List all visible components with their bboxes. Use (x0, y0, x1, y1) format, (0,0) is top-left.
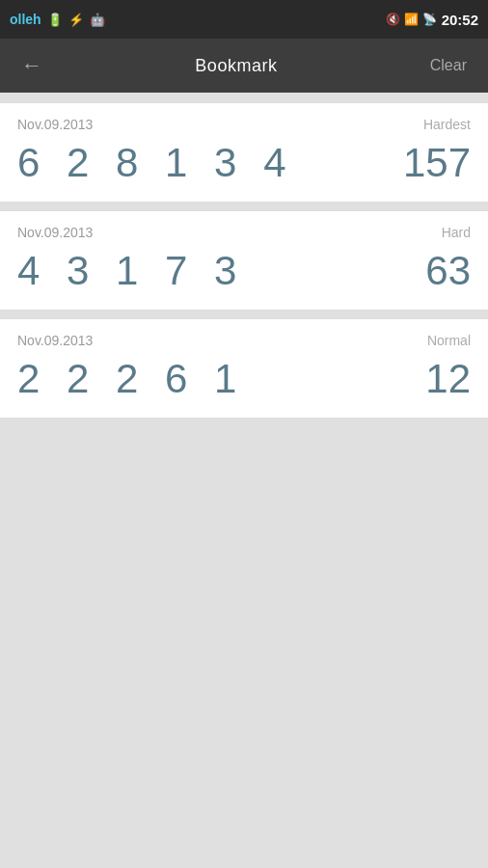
card-date-2: Nov.09.2013 (17, 333, 93, 348)
card-date-0: Nov.09.2013 (17, 117, 93, 132)
card-difficulty-2: Normal (427, 333, 471, 348)
clear-button[interactable]: Clear (422, 53, 474, 78)
title-bar: ← Bookmark Clear (0, 39, 488, 93)
card-body-0: 6 2 8 1 3 4 157 (17, 140, 471, 186)
card-header-1: Nov.09.2013 Hard (17, 225, 471, 240)
status-right: 🔇 📶 📡 20:52 (386, 12, 478, 28)
time-display: 20:52 (442, 12, 478, 28)
card-sequence-1: 4 3 1 7 3 (17, 248, 244, 294)
carrier-text: olleh (10, 12, 41, 27)
card-body-2: 2 2 2 6 1 12 (17, 356, 471, 402)
bookmark-card-2[interactable]: Nov.09.2013 Normal 2 2 2 6 1 12 (0, 318, 488, 419)
card-score-0: 157 (403, 140, 471, 186)
robot-icon: 🤖 (90, 13, 105, 27)
card-sequence-2: 2 2 2 6 1 (17, 356, 244, 402)
back-button[interactable]: ← (14, 49, 50, 82)
signal-icons: 🔇 📶 📡 (386, 13, 437, 26)
card-date-1: Nov.09.2013 (17, 225, 93, 240)
card-score-1: 63 (425, 248, 471, 294)
card-header-2: Nov.09.2013 Normal (17, 333, 471, 348)
wifi-icon: 📶 (404, 13, 419, 26)
card-score-2: 12 (425, 356, 471, 402)
bookmark-card-0[interactable]: Nov.09.2013 Hardest 6 2 8 1 3 4 157 (0, 102, 488, 203)
bookmark-list: Nov.09.2013 Hardest 6 2 8 1 3 4 157 Nov.… (0, 93, 488, 436)
bookmark-card-1[interactable]: Nov.09.2013 Hard 4 3 1 7 3 63 (0, 210, 488, 311)
status-left: olleh 🔋 ⚡ 🤖 (10, 12, 105, 27)
card-header-0: Nov.09.2013 Hardest (17, 117, 471, 132)
card-sequence-0: 6 2 8 1 3 4 (17, 140, 294, 186)
signal-icon: 📡 (422, 13, 437, 26)
card-body-1: 4 3 1 7 3 63 (17, 248, 471, 294)
status-bar: olleh 🔋 ⚡ 🤖 🔇 📶 📡 20:52 (0, 0, 488, 39)
mute-icon: 🔇 (386, 13, 400, 26)
page-title: Bookmark (195, 56, 277, 76)
card-difficulty-1: Hard (442, 225, 471, 240)
battery-icon: 🔋 (47, 13, 63, 27)
usb-icon: ⚡ (68, 13, 84, 27)
card-difficulty-0: Hardest (423, 117, 471, 132)
